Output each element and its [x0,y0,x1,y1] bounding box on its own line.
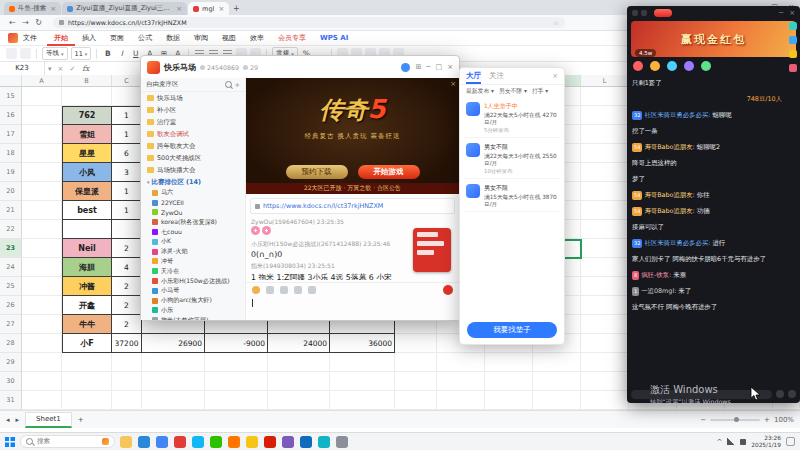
ribbon-tab-数据[interactable]: 数据 [159,31,187,46]
cell-L30[interactable] [581,372,629,391]
channel-item[interactable]: 马场快播大会 [141,164,245,176]
paste-icon[interactable] [6,48,17,59]
channel-item[interactable]: 治疗室 [141,116,245,128]
taskbar-app-store[interactable] [318,436,330,448]
new-tab-button[interactable]: + [230,2,242,15]
cell-A17[interactable] [22,125,62,144]
cell-F29[interactable] [268,353,330,372]
cell-J29[interactable] [485,353,533,372]
taskbar-app-music-player[interactable] [264,436,276,448]
taskbar-app-yy-voice[interactable] [246,436,258,448]
emoji-icon[interactable] [252,286,260,294]
cell-C24[interactable]: 4 [112,258,142,277]
row-header-20[interactable]: 20 [0,182,22,201]
taskbar-search[interactable]: 搜索 [20,435,115,448]
cell-K30[interactable] [533,372,581,391]
rail-icon-3[interactable] [789,50,797,58]
cell-A23[interactable] [22,239,62,258]
member-item[interactable]: 小乐彩H(150w必达挑战) [141,276,245,286]
add-channel-icon[interactable]: + [235,81,240,89]
cell-B18[interactable]: 星星 [62,144,112,163]
screenshot-icon[interactable] [280,286,288,294]
column-header-A[interactable]: A [22,75,62,87]
cell-B26[interactable]: 开鑫 [62,296,112,315]
cell-B27[interactable]: 牛牛 [62,315,112,334]
cell-C29[interactable] [112,353,142,372]
start-button[interactable] [5,437,15,447]
font-name-select[interactable]: 等线▾ [42,47,68,60]
member-item[interactable]: 天冷在 [141,266,245,276]
cell-C25[interactable]: 2 [112,277,142,296]
recharge-button[interactable] [654,9,672,17]
ribbon-tab-公式[interactable]: 公式 [131,31,159,46]
cell-C15[interactable] [112,87,142,106]
cell-L31[interactable] [581,391,629,410]
message-history-icon[interactable] [308,286,316,294]
cell-A25[interactable] [22,277,62,296]
row-header-29[interactable]: 29 [0,353,22,372]
ribbon-tab-效率[interactable]: 效率 [243,31,271,46]
close-icon[interactable]: × [552,72,558,80]
column-header-C[interactable]: C [112,75,142,87]
group-header[interactable]: ▾ 比赛排位区 (14) [141,176,245,188]
taskbar-app-qq[interactable] [192,436,204,448]
cell-C26[interactable]: 2 [112,296,142,315]
ribbon-tab-视图[interactable]: 视图 [215,31,243,46]
channel-item[interactable]: 补小区 [141,104,245,116]
cell-J31[interactable] [485,391,533,410]
taskbar-app-edge-browser[interactable] [138,436,150,448]
cell-G28[interactable]: 36000 [330,334,395,353]
cell-B22[interactable] [62,220,112,239]
cell-A26[interactable] [22,296,62,315]
row-header-21[interactable]: 21 [0,201,22,220]
address-bar[interactable]: https://www.kdocs.cn/l/ct37rkjHNZXM ☆ [53,17,565,28]
cell-C17[interactable]: 1 [112,125,142,144]
taskbar-app-mail[interactable] [300,436,312,448]
zoom-slider[interactable] [710,419,760,421]
minimize-icon[interactable]: ─ [426,63,430,71]
game-ad-banner[interactable]: × 传奇5 经典复古 换人贪玩 装备狂送 预约下载 开始游戏 22大区已开放 ·… [246,78,459,194]
member-item[interactable]: 小乐 [141,306,245,316]
cell-I29[interactable] [437,353,485,372]
cell-A31[interactable] [22,391,62,410]
close-icon[interactable]: × [789,9,795,17]
rail-icon-2[interactable] [789,36,797,44]
row-header-23[interactable]: 23 [0,239,22,258]
column-header-B[interactable]: B [62,75,112,87]
taskbar-app-chrome-browser[interactable] [156,436,168,448]
tab-close-icon[interactable]: × [50,5,56,13]
cell-L25[interactable] [581,277,629,296]
file-transfer-icon[interactable] [294,286,302,294]
member-item[interactable]: 22YCEII [141,198,245,208]
channel-item[interactable]: 跨年歌友大会 [141,140,245,152]
cell-B15[interactable] [62,87,112,106]
ribbon-tab-会员专享[interactable]: 会员专享 [271,31,313,46]
cell-A29[interactable] [22,353,62,372]
cell-I31[interactable] [437,391,485,410]
row-header-15[interactable]: 15 [0,87,22,106]
browser-tab[interactable]: Ziyui直播_Ziyui直播_Ziyui三周…× [62,2,187,15]
cell-A19[interactable] [22,163,62,182]
cell-C19[interactable]: 3 [112,163,142,182]
cell-D31[interactable] [142,391,205,410]
lobby-filter[interactable]: 打手 ▾ [532,87,548,96]
cell-A24[interactable] [22,258,62,277]
cell-C20[interactable]: 1 [112,182,142,201]
cell-name-box[interactable]: K23 [0,62,45,75]
ribbon-tab-审阅[interactable]: 审阅 [187,31,215,46]
cell-F31[interactable] [268,391,330,410]
cell-G31[interactable] [330,391,395,410]
zoom-in-icon[interactable]: + [764,416,770,424]
rail-icon-4[interactable] [789,64,797,72]
cell-B24[interactable]: 海胆 [62,258,112,277]
back-icon[interactable]: ← [6,18,19,27]
cell-E28[interactable]: -9000 [205,334,268,353]
more-icon[interactable] [788,390,796,398]
member-item[interactable]: 小K [141,237,245,247]
cell-B17[interactable]: 雪姐 [62,125,112,144]
channel-item[interactable]: 500大奖挑战区 [141,152,245,164]
row-header-18[interactable]: 18 [0,144,22,163]
volume-icon[interactable] [740,439,746,445]
lobby-filter[interactable]: 男女不限 ▾ [499,87,527,96]
member-item[interactable]: 七couu [141,227,245,237]
